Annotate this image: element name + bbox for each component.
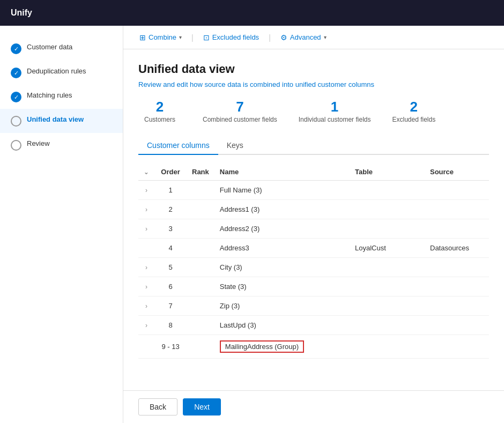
row-chevron-4[interactable]: › (138, 258, 154, 277)
highlighted-name: MailingAddress (Group) (220, 340, 304, 353)
page-subtitle: Review and edit how source data is combi… (138, 80, 489, 88)
row-source-6 (425, 296, 489, 316)
stat-label-2: Individual customer fields (299, 116, 371, 124)
row-chevron-7[interactable]: › (138, 316, 154, 335)
sidebar-item-review[interactable]: Review (0, 133, 123, 157)
step-icon-matching-rules: ✓ (11, 92, 21, 102)
row-chevron-0[interactable]: › (138, 181, 154, 200)
tab-keys[interactable]: Keys (218, 137, 252, 155)
stat-0: 2Customers (138, 99, 181, 124)
stat-2: 1Individual customer fields (299, 99, 371, 124)
row-rank-1 (187, 200, 214, 219)
table-row: ›8LastUpd (3) (138, 316, 489, 335)
expand-chevron-icon[interactable]: › (145, 322, 147, 329)
row-order-1: 2 (154, 200, 187, 219)
row-rank-0 (187, 181, 214, 200)
sidebar-label-deduplication-rules: Deduplication rules (27, 67, 86, 76)
table-row: ›5City (3) (138, 258, 489, 277)
combine-icon: ⊞ (139, 33, 146, 42)
back-button[interactable]: Back (138, 398, 177, 415)
col-header-rank: Rank (187, 164, 214, 181)
step-icon-review (11, 140, 21, 151)
col-header-table: Table (350, 164, 425, 181)
row-name-0: Full Name (3) (214, 181, 350, 200)
expand-chevron-icon[interactable]: › (145, 206, 147, 213)
row-name-2: Address2 (3) (214, 219, 350, 239)
top-bar: Unify (0, 0, 504, 26)
sub-nav: ⊞ Combine ▾ | ⊡ Excluded fields | ⚙ Adva… (123, 26, 504, 49)
row-rank-4 (187, 258, 214, 277)
row-source-4 (425, 258, 489, 277)
sort-icon: ⌄ (144, 169, 149, 175)
row-rank-2 (187, 219, 214, 239)
expand-chevron-icon[interactable]: › (145, 225, 147, 233)
row-chevron-6[interactable]: › (138, 296, 154, 316)
subnav-excluded-fields[interactable]: ⊡ Excluded fields (198, 30, 264, 45)
row-source-5 (425, 277, 489, 296)
excluded-fields-icon: ⊡ (203, 33, 210, 42)
stat-number-3: 2 (410, 99, 418, 115)
row-name-7: LastUpd (3) (214, 316, 350, 335)
tabs-bar: Customer columns Keys (138, 137, 489, 155)
sidebar-label-matching-rules: Matching rules (27, 91, 72, 100)
row-table-3: LoyalCust (350, 239, 425, 258)
subnav-combine[interactable]: ⊞ Combine ▾ (134, 30, 187, 45)
row-name-4: City (3) (214, 258, 350, 277)
table-row: ›6State (3) (138, 277, 489, 296)
stats-row: 2Customers7Combined customer fields1Indi… (138, 99, 489, 124)
divider-1: | (191, 33, 194, 42)
customer-columns-table: ⌄ Order Rank Name Table (138, 164, 489, 359)
row-name-6: Zip (3) (214, 296, 350, 316)
stat-label-1: Combined customer fields (203, 116, 277, 124)
table-row: 4Address3LoyalCustDatasources (138, 239, 489, 258)
row-name-8: MailingAddress (Group) (214, 335, 350, 359)
app-title: Unify (11, 8, 32, 18)
sidebar-item-customer-data[interactable]: ✓Customer data (0, 36, 123, 61)
sidebar-item-matching-rules[interactable]: ✓Matching rules (0, 85, 123, 109)
stat-number-1: 7 (236, 99, 243, 115)
advanced-chevron-icon: ▾ (324, 34, 327, 40)
expand-chevron-icon[interactable]: › (145, 283, 147, 291)
content-area: ⊞ Combine ▾ | ⊡ Excluded fields | ⚙ Adva… (123, 26, 504, 423)
step-icon-unified-data-view (11, 116, 21, 127)
row-table-6 (350, 296, 425, 316)
table-row: ›2Address1 (3) (138, 200, 489, 219)
stat-number-2: 1 (331, 99, 338, 115)
row-order-5: 6 (154, 277, 187, 296)
sidebar-label-customer-data: Customer data (27, 43, 72, 52)
expand-chevron-icon[interactable]: › (145, 302, 147, 310)
row-chevron-5[interactable]: › (138, 277, 154, 296)
stat-3: 2Excluded fields (392, 99, 435, 124)
main-layout: ✓Customer data✓Deduplication rules✓Match… (0, 26, 504, 423)
row-table-7 (350, 316, 425, 335)
subnav-combine-label: Combine (149, 33, 176, 41)
table-row: ›3Address2 (3) (138, 219, 489, 239)
stat-number-0: 2 (156, 99, 164, 115)
sidebar-item-deduplication-rules[interactable]: ✓Deduplication rules (0, 61, 123, 85)
row-source-2 (425, 219, 489, 239)
step-icon-deduplication-rules: ✓ (11, 68, 21, 78)
sidebar-label-review: Review (27, 139, 50, 149)
sidebar-item-unified-data-view[interactable]: Unified data view (0, 109, 123, 133)
tab-customer-columns[interactable]: Customer columns (138, 137, 218, 155)
row-table-8 (350, 335, 425, 359)
subnav-advanced[interactable]: ⚙ Advanced ▾ (275, 30, 332, 45)
expand-chevron-icon[interactable]: › (145, 187, 147, 194)
col-header-order: Order (154, 164, 187, 181)
row-order-7: 8 (154, 316, 187, 335)
stat-label-0: Customers (144, 116, 175, 124)
row-order-3: 4 (154, 239, 187, 258)
row-chevron-8 (138, 335, 154, 359)
row-table-1 (350, 200, 425, 219)
next-button[interactable]: Next (183, 398, 221, 415)
row-chevron-2[interactable]: › (138, 219, 154, 239)
row-chevron-1[interactable]: › (138, 200, 154, 219)
stat-label-3: Excluded fields (392, 116, 435, 124)
row-order-4: 5 (154, 258, 187, 277)
row-order-8: 9 - 13 (154, 335, 187, 359)
row-source-0 (425, 181, 489, 200)
row-rank-3 (187, 239, 214, 258)
expand-chevron-icon[interactable]: › (145, 264, 147, 271)
subnav-advanced-label: Advanced (290, 33, 321, 41)
table-row: ›7Zip (3) (138, 296, 489, 316)
